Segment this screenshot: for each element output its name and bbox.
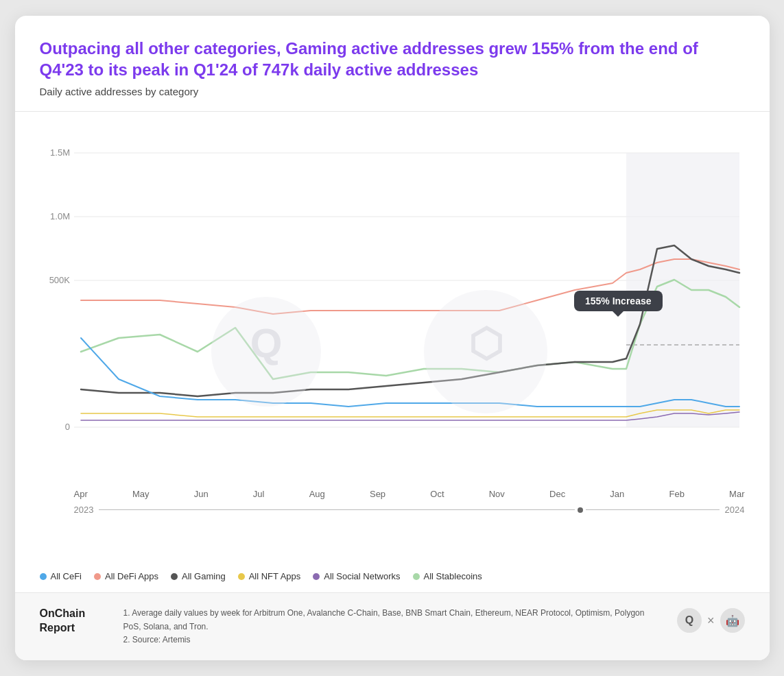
x-label-oct: Oct [430,489,444,499]
chart-container: 155% Increase 1.5M 1.0M 500K 0 [40,125,745,559]
footer-section: OnChainReport 1. Average daily values by… [15,592,770,660]
footnote-1: 1. Average daily values by week for Arbi… [123,607,655,633]
x-label-dec: Dec [549,489,565,499]
footer-icons: Q × 🤖 [677,608,745,633]
chart-subtitle: Daily active addresses by category [40,86,745,97]
svg-text:1.5M: 1.5M [50,147,70,158]
footnotes: 1. Average daily values by week for Arbi… [123,607,655,647]
legend-social: All Social Networks [313,571,400,581]
nft-dot [238,573,245,580]
year-2024-label: 2024 [725,505,745,515]
x-separator: × [707,614,715,628]
q-icon: Q [677,608,702,633]
brand-name: OnChainReport [40,607,102,636]
x-label-nov: Nov [489,489,505,499]
svg-rect-8 [626,153,739,427]
x-label-feb: Feb [669,489,685,499]
stablecoins-dot [413,573,420,580]
cefi-label: All CeFi [51,571,82,581]
gaming-dot [171,573,178,580]
social-label: All Social Networks [324,571,400,581]
x-label-apr: Apr [74,489,88,499]
ai-icon: 🤖 [720,608,745,633]
legend-cefi: All CeFi [40,571,82,581]
year-2023-label: 2023 [74,505,94,515]
legend-defi: All DeFi Apps [94,571,158,581]
x-axis: Apr May Jun Jul Aug Sep Oct Nov Dec Jan … [40,485,745,499]
footnote-2: 2. Source: Artemis [123,633,655,647]
chart-legend: All CeFi All DeFi Apps All Gaming All NF… [40,559,745,592]
year-axis: 2023 2024 [40,502,745,515]
x-label-jan: Jan [610,489,624,499]
page-title: Outpacing all other categories, Gaming a… [40,38,745,80]
chart-area: 155% Increase 1.5M 1.0M 500K 0 [15,112,770,592]
defi-label: All DeFi Apps [105,571,158,581]
svg-text:⬡: ⬡ [468,321,503,365]
gaming-label: All Gaming [182,571,226,581]
legend-stablecoins: All Stablecoins [413,571,482,581]
svg-text:0: 0 [64,422,69,432]
nft-label: All NFT Apps [249,571,301,581]
stablecoins-label: All Stablecoins [424,571,482,581]
header-section: Outpacing all other categories, Gaming a… [15,16,770,112]
legend-gaming: All Gaming [171,571,226,581]
x-label-jul: Jul [253,489,265,499]
legend-nft: All NFT Apps [238,571,301,581]
cefi-dot [40,573,47,580]
x-label-may: May [132,489,150,499]
defi-dot [94,573,101,580]
line-chart: 1.5M 1.0M 500K 0 [40,125,745,482]
social-dot [313,573,320,580]
svg-text:1.0M: 1.0M [50,211,70,221]
x-label-mar: Mar [729,489,744,499]
x-label-aug: Aug [309,489,325,499]
report-card: Outpacing all other categories, Gaming a… [15,16,770,660]
x-label-jun: Jun [194,489,209,499]
x-label-sep: Sep [370,489,385,499]
year-divider-dot [578,507,583,513]
svg-text:500K: 500K [49,275,70,285]
svg-text:Q: Q [250,320,282,366]
